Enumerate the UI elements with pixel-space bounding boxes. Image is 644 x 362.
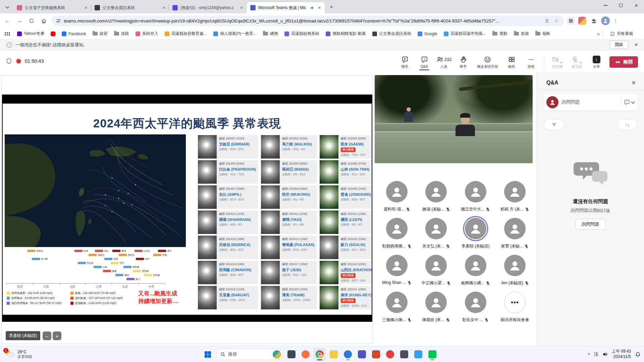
more-button[interactable]: 其他 <box>521 53 541 69</box>
enable-notifications-button[interactable]: 開啟 <box>610 41 628 49</box>
participant-cell[interactable]: 雅涵 (未驗... <box>418 181 454 218</box>
tab-search-button[interactable] <box>3 2 12 12</box>
all-bookmarks-button[interactable]: 所有書籤 <box>610 31 633 37</box>
participant-cell[interactable]: 李彥頤 (未驗證) <box>457 218 494 255</box>
qa-filter-button[interactable] <box>544 119 565 130</box>
edge-icon[interactable] <box>341 348 354 361</box>
ime-indicator[interactable]: 注 <box>594 351 598 357</box>
bookmark-item[interactable]: 個人檔案|均一教育... <box>213 31 257 37</box>
window-close-button[interactable]: ✕ <box>629 0 644 11</box>
bookmark-item[interactable]: 花蓮縣花蓮市明義... <box>444 31 486 37</box>
apps-grid-icon[interactable] <box>4 31 11 37</box>
home-button[interactable] <box>39 16 48 25</box>
tray-expand-icon[interactable]: ^ <box>588 352 590 357</box>
mic-button[interactable]: 麥克風 <box>567 53 587 69</box>
bookmark-item[interactable]: 運動相關電影·動畫 <box>326 31 366 37</box>
site-info-icon[interactable] <box>56 18 61 23</box>
search-highlight-thumbnail[interactable] <box>273 350 281 359</box>
participant-cell[interactable]: 資料司-環... <box>378 181 415 218</box>
back-button[interactable]: ← <box>3 16 12 25</box>
translate-icon[interactable]: 文 <box>543 18 551 24</box>
banner-close-icon[interactable]: ✕ <box>634 42 638 47</box>
camera-options-chevron-icon[interactable] <box>560 60 563 64</box>
show-all-participants-icon[interactable]: ••• <box>504 292 526 313</box>
window-maximize-button[interactable] <box>613 0 629 11</box>
teams-app-icon[interactable] <box>356 348 368 361</box>
extensions-puzzle-icon[interactable] <box>590 17 598 25</box>
paint-icon[interactable] <box>412 348 425 361</box>
qa-button[interactable]: ?Q&A <box>415 53 434 69</box>
participant-cell[interactable]: 黃文弘 (未... <box>418 218 454 255</box>
bookmark-item[interactable]: 公文整合資訊系統 <box>372 31 411 37</box>
chrome-icon[interactable] <box>313 348 326 361</box>
bookmark-item[interactable]: Google <box>418 32 437 36</box>
bookmark-item-folder[interactable]: 採購 <box>114 31 129 37</box>
qa-bubble-icon[interactable]: ? <box>624 99 630 106</box>
qa-close-icon[interactable]: ✕ <box>630 79 637 86</box>
tab-close-icon[interactable]: ✕ <box>317 5 322 10</box>
bookmark-item[interactable]: 系統登入 <box>136 31 158 37</box>
participant-video-tile[interactable] <box>375 75 533 163</box>
volume-icon[interactable] <box>602 352 608 357</box>
file-explorer-icon[interactable] <box>327 348 340 361</box>
forward-button[interactable]: → <box>15 16 24 25</box>
line-icon[interactable] <box>426 348 439 361</box>
tab-close-icon[interactable]: ✕ <box>161 5 166 10</box>
new-tab-button[interactable]: + <box>327 2 336 12</box>
taskbar-weather-widget[interactable]: 1 26°C 多雲時晴 <box>3 348 35 361</box>
bookmark-item[interactable]: 花蓮縣校務系統 <box>284 31 319 37</box>
participant-cell[interactable]: •••顯示所有與會者 <box>496 292 533 328</box>
window-minimize-button[interactable] <box>598 0 613 11</box>
zoom-out-button[interactable]: – <box>43 331 51 340</box>
raise-hand-button[interactable]: 舉手 <box>453 53 473 69</box>
bookmark-item-folder[interactable]: 政府 <box>93 31 108 37</box>
chat-button[interactable]: 聊天 <box>395 53 415 69</box>
taskbar-clock[interactable]: 上午 09:43 2024/11/5 <box>612 349 631 359</box>
browser-menu-icon[interactable]: ⋮ <box>613 18 618 24</box>
participant-cell[interactable]: 三條國小陳... <box>378 292 415 328</box>
browser-tab[interactable]: Microsoft Teams 會議 | Mic✕ <box>247 2 325 13</box>
tab-audio-icon[interactable] <box>310 6 315 10</box>
participant-cell[interactable]: Ming Shan ... <box>378 255 415 292</box>
bookmark-item-folder[interactable]: 報帳 <box>535 31 550 37</box>
participant-cell[interactable]: 國立空中大... <box>457 181 494 218</box>
taskbar-search-box[interactable]: 搜尋 <box>216 349 283 360</box>
bookmark-item[interactable]: Yahoo!奇摩 <box>17 31 44 37</box>
browser-tab[interactable]: 公文整合資訊系統✕ <box>91 2 169 13</box>
bookmarks-overflow-icon[interactable]: » <box>597 31 600 37</box>
bookmark-item[interactable]: 花蓮縣政府教育處... <box>165 31 207 37</box>
extension-icon[interactable] <box>567 17 575 25</box>
notification-bell-icon[interactable] <box>635 352 641 357</box>
start-button[interactable] <box>201 348 214 361</box>
view-button[interactable]: 檢視 <box>502 53 521 69</box>
extension-icon[interactable] <box>578 17 586 25</box>
reload-button[interactable] <box>27 16 36 25</box>
bookmark-star-icon[interactable]: ☆ <box>553 18 560 23</box>
participant-cell[interactable]: 南興國小總... <box>457 255 494 292</box>
opera-icon[interactable] <box>384 348 396 361</box>
bookmark-item[interactable] <box>51 32 55 36</box>
bookmark-item-folder[interactable]: 運動 <box>492 31 507 37</box>
browser-tab[interactable]: (無新信) - sinly1234@yahoo.c✕ <box>169 2 247 13</box>
zoom-in-button[interactable]: + <box>53 331 61 340</box>
participant-cell[interactable]: 家萱 (未驗... <box>496 218 533 255</box>
bookmark-item-folder[interactable]: 總務 <box>263 31 278 37</box>
mic-options-chevron-icon[interactable] <box>579 60 583 64</box>
bookmark-item-folder[interactable]: 旅遊 <box>514 31 529 37</box>
powerpoint-icon[interactable] <box>370 348 382 361</box>
chevron-down-icon[interactable] <box>631 100 635 104</box>
qa-ask-input[interactable]: 詢問問題 ? <box>544 94 638 111</box>
firefox-icon[interactable] <box>299 348 312 361</box>
participant-cell[interactable]: 中正國小梁... <box>418 255 454 292</box>
participant-cell[interactable]: Jen (未驗證) <box>496 255 533 292</box>
participant-cell[interactable]: 陳星皓 (來... <box>418 292 454 328</box>
bookmark-item[interactable]: Facebook <box>62 32 86 36</box>
participant-cell[interactable]: 彰縣媽厝國... <box>378 218 415 255</box>
participant-cell[interactable]: 郁斌 方 (未... <box>496 181 533 218</box>
task-view-icon[interactable] <box>285 348 298 361</box>
leave-button[interactable]: 離開 <box>609 56 638 68</box>
reactions-button[interactable]: 傳送表情符號 <box>473 53 502 69</box>
qa-ask-question-button[interactable]: 詢問問題 <box>576 219 606 230</box>
photos-icon[interactable] <box>398 348 411 361</box>
people-button[interactable]: 232人員 <box>434 53 453 69</box>
